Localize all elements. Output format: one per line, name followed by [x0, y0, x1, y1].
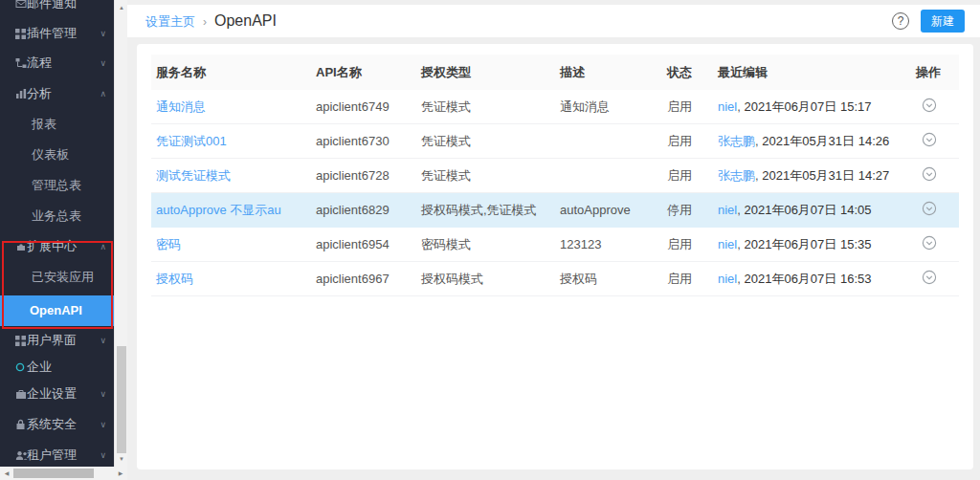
- service-name-link[interactable]: 授权码: [156, 272, 193, 286]
- editor-link[interactable]: niel: [718, 272, 737, 286]
- sidebar-item-label: 仪表板: [32, 141, 69, 169]
- description: 通知消息: [560, 99, 610, 114]
- edited-timestamp: 2021年05月31日 14:27: [762, 168, 889, 183]
- horizontal-scroll-thumb[interactable]: [13, 469, 94, 478]
- edited-timestamp: 2021年06月07日 16:53: [744, 272, 871, 286]
- sidebar-item-label: 企业设置: [27, 380, 77, 408]
- sidebar-item-label: 业务总表: [32, 202, 81, 230]
- openapi-table: 服务名称API名称授权类型描述状态最近编辑操作 通知消息apiclient674…: [151, 55, 959, 296]
- api-name: apiclient6728: [316, 168, 390, 183]
- sidebar-item-enterprise[interactable]: 企业: [0, 353, 114, 382]
- circle-chevron-down-icon[interactable]: [922, 201, 937, 216]
- sidebar-item-mail-notifications[interactable]: 邮件通知: [0, 0, 114, 18]
- service-name-link[interactable]: 通知消息: [156, 99, 206, 114]
- service-name-link[interactable]: autoApprove 不显示au: [156, 203, 281, 217]
- breadcrumb-separator: ›: [203, 15, 207, 29]
- scroll-right-arrow-icon[interactable]: ▶: [115, 467, 126, 480]
- sidebar-item-business-summary[interactable]: 业务总表: [0, 202, 114, 230]
- sidebar-item-reports[interactable]: 报表: [0, 110, 114, 139]
- page-title: OpenAPI: [214, 12, 277, 29]
- scroll-down-arrow-icon[interactable]: ▼: [115, 453, 128, 465]
- auth-type: 凭证模式: [421, 99, 471, 114]
- service-name-link[interactable]: 凭证测试001: [156, 134, 227, 148]
- sidebar-item-label: 分析: [27, 79, 52, 108]
- briefcase-icon: [15, 380, 27, 408]
- service-name-link[interactable]: 密码: [156, 237, 181, 251]
- sidebar-item-user-interface[interactable]: 用户界面∨: [0, 326, 114, 355]
- sidebar-item-label: 插件管理: [27, 19, 77, 48]
- auth-type: 授权码模式,凭证模式: [421, 203, 537, 217]
- auth-type: 密码模式: [421, 237, 471, 251]
- sidebar-item-dashboard[interactable]: 仪表板: [0, 141, 114, 169]
- sidebar-item-label: 扩展中心: [27, 232, 77, 261]
- chevron-up-icon: ∧: [100, 232, 106, 261]
- help-icon[interactable]: ?: [892, 12, 909, 30]
- status-text: 启用: [667, 134, 692, 148]
- chevron-down-icon: ∨: [100, 326, 106, 355]
- sidebar-horizontal-scrollbar[interactable]: ◀ ▶: [0, 467, 127, 480]
- header-bar: 设置主页›OpenAPI ? 新建: [127, 5, 980, 37]
- main-area: 设置主页›OpenAPI ? 新建 服务名称API名称授权类型描述状态最近编辑操…: [127, 0, 980, 480]
- circle-chevron-down-icon[interactable]: [922, 166, 937, 182]
- chevron-up-icon: ∧: [100, 79, 106, 108]
- sidebar-item-label: OpenAPI: [30, 295, 82, 326]
- editor-link[interactable]: niel: [718, 237, 737, 251]
- breadcrumb-home-link[interactable]: 设置主页: [145, 14, 195, 29]
- api-name: apiclient6954: [316, 237, 390, 251]
- chevron-down-icon: ∨: [100, 441, 106, 467]
- sidebar-item-label: 流程: [27, 49, 52, 77]
- sidebar-item-analysis[interactable]: 分析∧: [0, 79, 114, 108]
- status-text: 启用: [667, 237, 692, 251]
- scroll-left-arrow-icon[interactable]: ◀: [1, 467, 12, 480]
- sidebar-vertical-scrollbar[interactable]: ▲ ▼: [114, 0, 128, 467]
- mail-icon: [15, 0, 27, 18]
- status-text: 停用: [667, 203, 692, 217]
- sidebar-item-openapi[interactable]: OpenAPI: [0, 295, 114, 326]
- editor-link[interactable]: 张志鹏: [718, 134, 755, 148]
- sidebar-item-plugin-management[interactable]: 插件管理∨: [0, 19, 114, 48]
- status-text: 启用: [667, 168, 692, 183]
- table-row: 密码apiclient6954密码模式123123启用niel, 2021年06…: [151, 228, 959, 262]
- new-button[interactable]: 新建: [921, 10, 965, 33]
- column-header: 服务名称: [151, 55, 311, 90]
- table-row: 凭证测试001apiclient6730凭证模式启用张志鹏, 2021年05月3…: [151, 124, 959, 159]
- column-header: 授权类型: [416, 55, 555, 90]
- extension-icon: [15, 232, 27, 261]
- editor-link[interactable]: niel: [718, 99, 737, 114]
- scroll-up-arrow-icon[interactable]: ▲: [115, 2, 128, 13]
- circle-chevron-down-icon[interactable]: [922, 235, 937, 251]
- sidebar-item-label: 企业: [27, 353, 52, 382]
- api-name: apiclient6967: [316, 272, 390, 286]
- chevron-down-icon: ∨: [100, 410, 106, 439]
- editor-link[interactable]: niel: [718, 203, 737, 217]
- sidebar-item-management-summary[interactable]: 管理总表: [0, 171, 114, 200]
- api-name: apiclient6749: [316, 99, 390, 114]
- sidebar-item-extension-center[interactable]: 扩展中心∧: [0, 232, 114, 261]
- table-card: 服务名称API名称授权类型描述状态最近编辑操作 通知消息apiclient674…: [137, 44, 973, 469]
- api-name: apiclient6730: [316, 134, 390, 148]
- column-header: 状态: [662, 55, 713, 90]
- column-header: API名称: [311, 55, 416, 90]
- circle-chevron-down-icon[interactable]: [922, 132, 937, 147]
- auth-type: 凭证模式: [421, 168, 471, 183]
- circle-chevron-down-icon[interactable]: [922, 270, 937, 285]
- sidebar-item-system-security[interactable]: 系统安全∨: [0, 410, 114, 439]
- column-header: 描述: [555, 55, 662, 90]
- lock-icon: [15, 410, 26, 439]
- sidebar-item-label: 邮件通知: [27, 0, 77, 18]
- editor-link[interactable]: 张志鹏: [718, 168, 755, 183]
- flow-icon: [15, 49, 27, 77]
- chevron-down-icon: ∨: [100, 49, 106, 77]
- sidebar-item-workflow[interactable]: 流程∨: [0, 49, 114, 77]
- sidebar-item-label: 用户界面: [27, 326, 77, 355]
- vertical-scroll-thumb[interactable]: [117, 346, 126, 453]
- status-text: 启用: [667, 272, 692, 286]
- grid-icon: [15, 326, 26, 355]
- sidebar-item-installed-apps[interactable]: 已安装应用: [0, 263, 114, 292]
- service-name-link[interactable]: 测试凭证模式: [156, 168, 231, 183]
- chevron-down-icon: ∨: [100, 19, 106, 48]
- sidebar-item-tenant-management[interactable]: 租户管理∨: [0, 441, 114, 467]
- sidebar-item-enterprise-settings[interactable]: 企业设置∨: [0, 380, 114, 408]
- circle-chevron-down-icon[interactable]: [922, 98, 937, 113]
- sidebar-item-label: 管理总表: [32, 171, 81, 200]
